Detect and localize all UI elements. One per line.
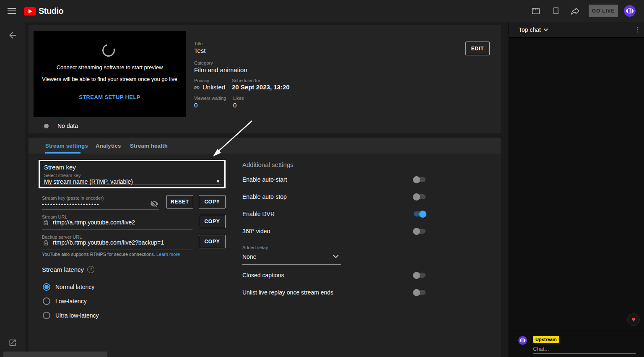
stream-key-underline (42, 209, 159, 210)
main-content: Connect streaming software to start prev… (25, 22, 509, 357)
select-underline (43, 185, 221, 185)
stream-key-section-title: Stream key (44, 164, 76, 171)
stream-status-row: No data (34, 121, 78, 131)
added-delay-underline (242, 264, 341, 265)
latency-option-normal[interactable]: Normal latency (42, 283, 94, 291)
top-app-bar: Studio GO LIVE (0, 0, 644, 22)
stream-title: Test (194, 47, 206, 54)
lock-icon (43, 219, 49, 226)
stream-key-select[interactable]: My stream name (RTMP, variable) (44, 178, 133, 185)
status-bar (3, 352, 107, 357)
setting-label: Enable auto-start (242, 176, 287, 183)
tab-bar: Stream settings Analytics Stream health (29, 138, 501, 154)
stream-settings-card: Stream settings Analytics Stream health … (29, 138, 501, 357)
scheduled-value: 20 Sept 2023, 13:20 (232, 83, 290, 91)
chevron-down-icon[interactable] (332, 254, 339, 258)
chat-menu-icon[interactable]: ⋮ (633, 26, 641, 34)
radio-icon[interactable] (43, 283, 50, 291)
go-live-button[interactable]: GO LIVE (589, 5, 618, 17)
stream-key-field-label: Stream key (paste in encoder) (42, 195, 104, 201)
radio-label: Ultra low-latency (55, 312, 99, 319)
chat-input-divider (509, 330, 644, 330)
copy-stream-key-button[interactable]: COPY (199, 195, 226, 208)
heart-reaction-button[interactable]: ♥ (627, 313, 640, 326)
create-video-icon[interactable] (531, 6, 541, 16)
radio-icon[interactable] (43, 297, 50, 305)
setting-label: 360° video (242, 228, 270, 235)
tab-stream-health[interactable]: Stream health (130, 138, 168, 154)
rtmps-note: YouTube also supports RTMPS for secure c… (42, 252, 180, 257)
backup-url-value[interactable]: rtmp://b.rtmp.youtube.com/live2?backup=1 (53, 239, 164, 246)
setting-label: Enable DVR (242, 211, 275, 217)
account-avatar[interactable] (624, 5, 636, 17)
setting-label: Enable auto-stop (242, 193, 287, 200)
help-icon[interactable]: ? (87, 266, 94, 273)
tab-analytics[interactable]: Analytics (96, 138, 121, 154)
dvr-toggle[interactable] (413, 211, 426, 217)
lock-icon (43, 240, 49, 246)
youtube-play-icon (24, 7, 36, 16)
setting-row-360-video: 360° video (242, 227, 427, 236)
chat-input-underline (533, 353, 636, 354)
stream-key-highlight-box: Stream key Select stream key My stream n… (39, 160, 226, 188)
stream-url-underline (42, 229, 192, 230)
stream-category: Film and animation (194, 66, 247, 73)
chat-header: Top chat ⋮ (509, 22, 644, 38)
chat-user-avatar (518, 336, 527, 345)
eye-off-icon[interactable] (150, 200, 158, 208)
link-icon (193, 84, 200, 91)
chat-input[interactable]: Chat... (533, 346, 549, 352)
category-label: Category (194, 60, 213, 65)
edit-button[interactable]: EDIT (465, 42, 490, 55)
radio-label: Normal latency (55, 284, 94, 290)
stream-url-value[interactable]: rtmp://a.rtmp.youtube.com/live2 (53, 219, 135, 226)
title-label: Title (194, 41, 203, 46)
setting-label: Unlist live replay once stream ends (242, 289, 333, 296)
stream-info-card: Connect streaming software to start prev… (29, 25, 501, 133)
dropdown-caret-icon[interactable]: ▾ (217, 178, 219, 184)
share-icon[interactable] (570, 6, 580, 16)
setting-row-auto-start: Enable auto-start (242, 176, 427, 184)
privacy-label: Privacy (194, 78, 209, 83)
back-arrow-icon[interactable] (8, 30, 18, 40)
select-stream-key-label: Select stream key (44, 173, 80, 178)
auto-stop-toggle[interactable] (413, 193, 426, 200)
360-video-toggle[interactable] (413, 228, 426, 235)
chevron-down-icon (543, 28, 548, 31)
stream-key-masked-value[interactable]: ••••••••••••••••••••• (42, 201, 100, 208)
privacy-value: Unlisted (203, 83, 225, 91)
closed-captions-toggle[interactable] (413, 272, 426, 279)
chat-author-badge: Upstream (533, 336, 559, 343)
stream-preview: Connect streaming software to start prev… (34, 31, 186, 117)
backup-url-underline (42, 250, 192, 250)
preview-message: Connect streaming software to start prev… (34, 64, 186, 70)
bookmark-icon[interactable] (551, 6, 561, 16)
setting-row-auto-stop: Enable auto-stop (242, 193, 427, 201)
likes-count: 0 (233, 102, 236, 109)
youtube-studio-logo[interactable]: Studio (24, 6, 63, 16)
radio-icon[interactable] (43, 312, 50, 319)
likes-label: Likes (233, 96, 244, 101)
unlist-replay-toggle[interactable] (413, 289, 426, 296)
tab-stream-settings[interactable]: Stream settings (45, 138, 88, 154)
learn-more-link[interactable]: Learn more (156, 252, 180, 257)
copy-stream-url-button[interactable]: COPY (199, 215, 226, 228)
stream-latency-title: Stream latency (42, 266, 84, 273)
copy-backup-url-button[interactable]: COPY (199, 235, 226, 248)
brand-name: Studio (39, 6, 63, 16)
preview-submessage: Viewers will be able to find your stream… (34, 76, 186, 82)
auto-start-toggle[interactable] (413, 176, 426, 183)
active-tab-underline (45, 152, 80, 154)
latency-option-low[interactable]: Low-latency (42, 297, 87, 305)
menu-icon[interactable] (7, 6, 17, 16)
chat-filter-dropdown[interactable]: Top chat (519, 26, 548, 33)
left-rail (0, 22, 25, 357)
status-text: No data (57, 122, 78, 129)
reset-stream-key-button[interactable]: RESET (166, 195, 193, 208)
latency-option-ultra-low[interactable]: Ultra low-latency (42, 311, 99, 320)
added-delay-select[interactable]: None (242, 253, 256, 260)
setting-label: Closed captions (242, 272, 284, 279)
rtmps-note-text: YouTube also supports RTMPS for secure c… (42, 252, 155, 257)
stream-setup-help-link[interactable]: STREAM SETUP HELP (34, 94, 186, 100)
open-in-new-icon[interactable] (8, 339, 17, 347)
